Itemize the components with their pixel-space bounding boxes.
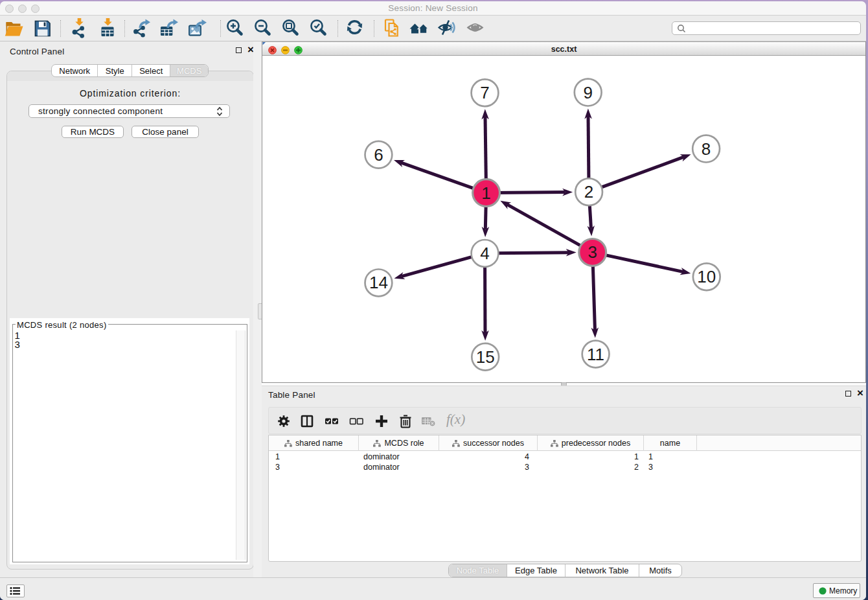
svg-text:7: 7	[480, 83, 489, 102]
svg-text:9: 9	[583, 83, 592, 102]
svg-text:3: 3	[588, 242, 597, 262]
svg-text:8: 8	[702, 139, 711, 159]
svg-text:15: 15	[476, 347, 495, 367]
svg-text:1: 1	[481, 183, 490, 203]
svg-text:4: 4	[480, 244, 489, 263]
svg-text:10: 10	[697, 267, 716, 286]
svg-text:11: 11	[587, 345, 604, 364]
svg-text:6: 6	[374, 145, 383, 165]
svg-text:2: 2	[584, 182, 593, 202]
svg-text:14: 14	[369, 273, 388, 292]
